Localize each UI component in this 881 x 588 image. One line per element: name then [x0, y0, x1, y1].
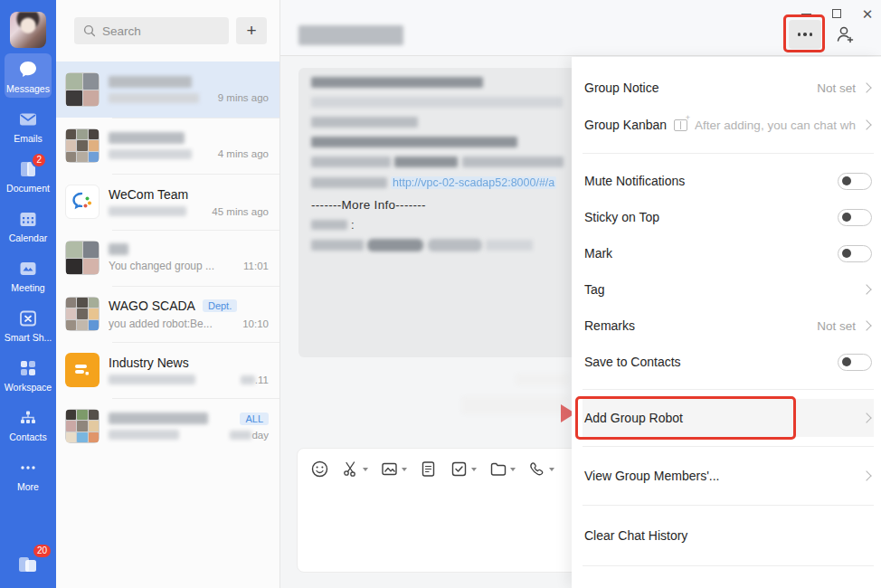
meeting-icon	[16, 257, 40, 280]
sidebar-item-contacts[interactable]: Contacts	[5, 402, 52, 446]
redacted-name	[109, 132, 185, 144]
sticky-on-top-toggle[interactable]	[838, 209, 872, 226]
save-to-contacts-toggle[interactable]	[838, 354, 872, 371]
sidebar-item-meeting[interactable]: Meeting	[5, 252, 52, 297]
search-input[interactable]: Search	[74, 17, 229, 44]
close-button[interactable]: ✕	[859, 5, 876, 22]
group-avatar	[65, 241, 99, 275]
emoji-icon	[310, 460, 329, 479]
group-settings-more-button[interactable]	[789, 20, 821, 49]
group-avatar	[65, 297, 99, 331]
chat-list-header: Search +	[56, 0, 279, 62]
envelope-icon	[16, 108, 40, 131]
sidebar-item-document[interactable]: 2 Document	[5, 153, 52, 197]
sidebar-item-workspace[interactable]: Workspace	[5, 352, 52, 396]
chat-list-item[interactable]: ALL day	[56, 398, 279, 454]
menu-item-group-notice[interactable]: Group Notice Not set	[583, 70, 874, 106]
chat-name: WeCom Team	[109, 187, 188, 202]
sidebar-item-label: Contacts	[9, 432, 46, 442]
user-avatar[interactable]	[10, 12, 46, 48]
chevron-down-icon	[471, 468, 477, 471]
mute-notifications-toggle[interactable]	[838, 173, 872, 190]
chat-preview: you added robot:Be...	[109, 318, 213, 330]
chat-name: WAGO SCADA	[109, 299, 195, 313]
sidebar-item-smart-share[interactable]: Smart Sh...	[5, 302, 52, 346]
sidebar-bottom-shortcut[interactable]: 20	[0, 550, 56, 577]
sidebar-item-label: Calendar	[9, 233, 48, 243]
file-button[interactable]	[419, 460, 438, 479]
chat-list-item[interactable]: 4 mins ago	[56, 118, 279, 174]
menu-item-remarks[interactable]: Remarks Not set	[583, 308, 874, 344]
kanban-icon	[674, 119, 687, 131]
sidebar-item-calendar[interactable]: Calendar	[5, 203, 52, 247]
sidebar: Messages Emails 2 Document Calendar	[0, 0, 56, 588]
chevron-down-icon	[363, 468, 368, 471]
phone-icon	[527, 460, 546, 479]
emoji-button[interactable]	[310, 460, 329, 479]
message-link[interactable]: http://vpc-02-scadap52:8000/#/a	[391, 176, 556, 189]
chat-list-item[interactable]: You changed group ... 11:01	[56, 230, 279, 286]
menu-item-mark[interactable]: Mark	[583, 235, 874, 271]
chat-bubble-icon	[16, 58, 40, 81]
search-icon	[83, 24, 96, 37]
menu-item-quit-group-chat[interactable]: Quit Group Chat	[583, 575, 874, 588]
sidebar-item-emails[interactable]: Emails	[5, 103, 52, 147]
org-tree-icon	[16, 406, 40, 430]
group-settings-panel: Group Notice Not set Group Kanban After …	[572, 57, 881, 588]
add-member-icon[interactable]	[834, 24, 856, 45]
redacted-name	[109, 243, 128, 255]
sidebar-item-label: Meeting	[11, 283, 44, 293]
more-dots-icon	[16, 456, 40, 479]
new-chat-button[interactable]: +	[236, 17, 267, 44]
document-icon: 2	[16, 157, 40, 181]
calendar-icon	[16, 207, 40, 231]
conversation-area: ✕ http://vpc-02-scadap52:8000/#/a	[280, 0, 881, 588]
divider	[583, 565, 874, 566]
file-icon	[419, 460, 438, 479]
message-composer[interactable]	[297, 448, 581, 573]
folder-app-icon: 20	[14, 550, 42, 577]
chevron-down-icon	[549, 468, 554, 471]
document-badge: 2	[31, 152, 47, 168]
redacted-preview	[109, 93, 199, 103]
chat-preview: You changed group ...	[109, 260, 214, 272]
menu-item-clear-chat-history[interactable]: Clear Chat History	[583, 515, 874, 556]
group-avatar	[65, 409, 99, 443]
chat-list-panel: Search + 9 mins ago	[56, 0, 280, 588]
sidebar-item-more[interactable]: More	[5, 451, 52, 496]
menu-item-view-group-members[interactable]: View Group Members'...	[583, 456, 874, 496]
message-input[interactable]	[310, 479, 567, 551]
image-button[interactable]	[380, 460, 407, 479]
redacted-name	[109, 413, 208, 424]
chat-time: 10:10	[242, 318, 269, 329]
sidebar-item-label: Emails	[14, 134, 43, 144]
menu-item-group-kanban[interactable]: Group Kanban After adding, you can chat …	[583, 106, 874, 144]
chat-time: 45 mins ago	[212, 206, 269, 217]
chat-list-item[interactable]: Industry News .11	[56, 342, 279, 398]
call-button[interactable]	[527, 460, 554, 479]
sidebar-item-label: More	[17, 482, 39, 492]
menu-item-add-group-robot[interactable]: Add Group Robot	[583, 399, 874, 437]
smart-share-icon	[16, 307, 40, 330]
redacted-name	[109, 76, 192, 88]
industry-news-avatar	[65, 353, 99, 387]
menu-item-sticky-on-top[interactable]: Sticky on Top	[583, 199, 874, 235]
task-button[interactable]	[450, 460, 477, 479]
chat-time: .11	[241, 375, 269, 385]
chat-list-item[interactable]: WAGO SCADA Dept. you added robot:Be... 1…	[56, 286, 279, 342]
chat-list-item[interactable]: 9 mins ago	[56, 62, 279, 118]
chevron-down-icon	[510, 468, 516, 471]
screenshot-button[interactable]	[341, 460, 368, 479]
task-icon	[450, 460, 469, 479]
chat-list-item[interactable]: WeCom Team 45 mins ago	[56, 174, 279, 230]
sidebar-item-messages[interactable]: Messages	[5, 53, 52, 98]
redacted-group-title	[298, 25, 403, 45]
menu-item-tag[interactable]: Tag	[583, 271, 874, 308]
menu-item-mute-notifications[interactable]: Mute Notifications	[583, 163, 874, 199]
folder-button[interactable]	[488, 460, 516, 479]
menu-item-save-to-contacts[interactable]: Save to Contacts	[583, 344, 874, 380]
chat-time: 4 mins ago	[218, 148, 269, 159]
chevron-right-icon	[861, 82, 871, 92]
divider	[583, 505, 874, 506]
mark-toggle[interactable]	[838, 245, 872, 262]
